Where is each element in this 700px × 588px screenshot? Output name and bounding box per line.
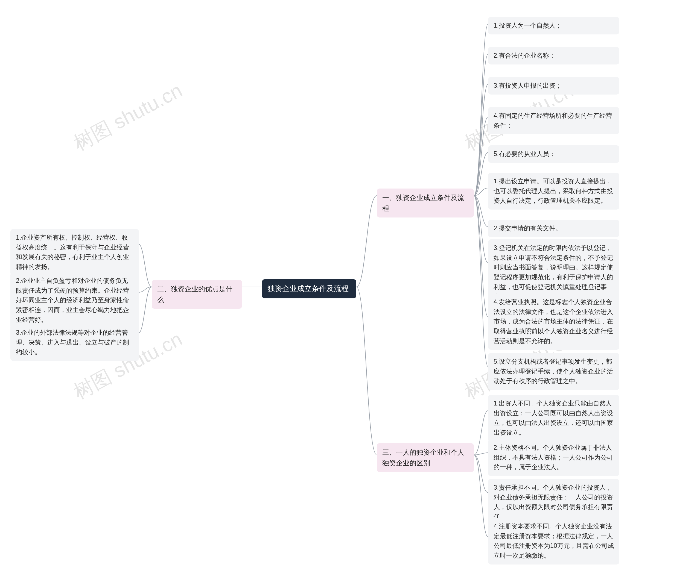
leaf-text: 1.出资人不同。个人独资企业只能由自然人出资设立；一人公司既可以由自然人出资设立… bbox=[494, 400, 613, 436]
leaf-node[interactable]: 3.有投资人申报的出资； bbox=[488, 77, 619, 95]
leaf-text: 4.发给营业执照。这是标志个人独资企业合法设立的法律文件，也是这个企业依法进入市… bbox=[494, 298, 613, 345]
leaf-node[interactable]: 5.设立分支机构或者登记事项发生变更，都应依法办理登记手续，使个人独资企业的活动… bbox=[488, 353, 619, 390]
root-title: 独资企业成立条件及流程 bbox=[267, 284, 348, 293]
branch-2-title: 二、独资企业的优点是什么 bbox=[157, 285, 232, 303]
leaf-node[interactable]: 2.有合法的企业名称； bbox=[488, 47, 619, 64]
leaf-text: 1.提出设立申请。可以是投资人直接提出，也可以委托代理人提出，采取何种方式由投资… bbox=[494, 178, 613, 204]
watermark: 树图 shutu.cn bbox=[69, 77, 187, 157]
leaf-text: 2.企业业主自负盈亏和对企业的债务负无限责任成为了强硬的预算约束。企业经营好坏同… bbox=[16, 277, 129, 323]
branch-node-1[interactable]: 一、独资企业成立条件及流程 bbox=[377, 189, 474, 217]
leaf-text: 2.有合法的企业名称； bbox=[494, 52, 555, 59]
leaf-text: 5.有必要的从业人员； bbox=[494, 150, 555, 157]
leaf-text: 3.责任承担不同。个人独资企业的投资人，对企业债务承担无限责任；一人公司的投资人… bbox=[494, 484, 613, 520]
leaf-node[interactable]: 4.有固定的生产经营场所和必要的生产经营条件； bbox=[488, 107, 619, 134]
leaf-text: 3.有投资人申报的出资； bbox=[494, 82, 562, 89]
leaf-node[interactable]: 1.提出设立申请。可以是投资人直接提出，也可以委托代理人提出，采取何种方式由投资… bbox=[488, 173, 619, 210]
leaf-node[interactable]: 5.有必要的从业人员； bbox=[488, 145, 619, 163]
leaf-node[interactable]: 2.企业业主自负盈亏和对企业的债务负无限责任成为了强硬的预算约束。企业经营好坏同… bbox=[10, 272, 139, 328]
leaf-node[interactable]: 4.注册资本要求不同。个人独资企业没有法定最低注册资本要求；根据法律规定，一人公… bbox=[488, 518, 619, 565]
branch-node-3[interactable]: 三、一人的独资企业和个人独资企业的区别 bbox=[377, 443, 474, 472]
leaf-node[interactable]: 2.主体资格不同。个人独资企业属于非法人组织，不具有法人资格；一人公司作为公司的… bbox=[488, 439, 619, 476]
leaf-text: 4.注册资本要求不同。个人独资企业没有法定最低注册资本要求；根据法律规定，一人公… bbox=[494, 523, 614, 559]
leaf-node[interactable]: 1.投资人为一个自然人； bbox=[488, 17, 619, 34]
leaf-text: 2.主体资格不同。个人独资企业属于非法人组织，不具有法人资格；一人公司作为公司的… bbox=[494, 444, 613, 471]
leaf-text: 1.企业资产所有权、控制权、经营权、收益权高度统一。这有利于保守与企业经营和发展… bbox=[16, 234, 129, 270]
leaf-node[interactable]: 4.发给营业执照。这是标志个人独资企业合法设立的法律文件，也是这个企业依法进入市… bbox=[488, 293, 619, 350]
leaf-node[interactable]: 2.提交申请的有关文件。 bbox=[488, 220, 619, 237]
branch-3-title: 三、一人的独资企业和个人独资企业的区别 bbox=[382, 448, 464, 467]
leaf-text: 3.登记机关在法定的时限内依法予以登记，如果设立申请不符合法定条件的，不予登记时… bbox=[494, 244, 613, 300]
leaf-node[interactable]: 1.企业资产所有权、控制权、经营权、收益权高度统一。这有利于保守与企业经营和发展… bbox=[10, 229, 139, 276]
leaf-text: 5.设立分支机构或者登记事项发生变更，都应依法办理登记手续，使个人独资企业的活动… bbox=[494, 358, 613, 384]
leaf-text: 2.提交申请的有关文件。 bbox=[494, 225, 562, 232]
branch-1-title: 一、独资企业成立条件及流程 bbox=[382, 194, 464, 212]
leaf-text: 3.企业的外部法律法规等对企业的经营管理、决策、进入与退出、设立与破产的制约较小… bbox=[16, 329, 129, 355]
leaf-node[interactable]: 1.出资人不同。个人独资企业只能由自然人出资设立；一人公司既可以由自然人出资设立… bbox=[488, 395, 619, 442]
leaf-text: 4.有固定的生产经营场所和必要的生产经营条件； bbox=[494, 112, 612, 129]
branch-node-2[interactable]: 二、独资企业的优点是什么 bbox=[152, 280, 242, 309]
leaf-node[interactable]: 3.企业的外部法律法规等对企业的经营管理、决策、进入与退出、设立与破产的制约较小… bbox=[10, 324, 139, 361]
leaf-text: 1.投资人为一个自然人； bbox=[494, 22, 562, 29]
root-node[interactable]: 独资企业成立条件及流程 bbox=[262, 279, 356, 298]
